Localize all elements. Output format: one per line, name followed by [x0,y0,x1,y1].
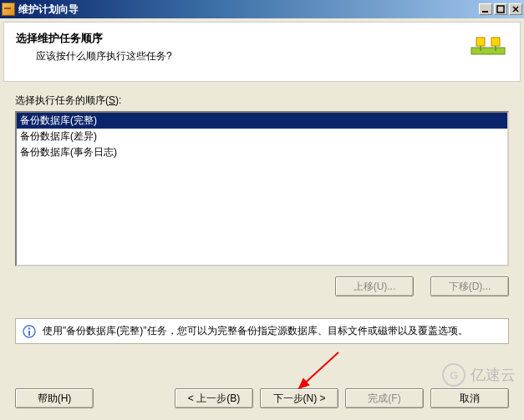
list-item[interactable]: 备份数据库(差异) [17,129,507,144]
svg-rect-0 [482,11,488,13]
header-text: 选择维护任务顺序 应该按什么顺序执行这些任务? [16,31,461,63]
list-item[interactable]: 备份数据库(事务日志) [17,144,507,160]
page-subtitle: 应该按什么顺序执行这些任务? [16,49,461,63]
app-icon [2,3,15,16]
close-button[interactable] [509,3,522,15]
back-button[interactable]: < 上一步(B) [175,388,253,408]
cancel-button[interactable]: 取消 [430,388,509,408]
info-text: 使用"备份数据库(完整)"任务，您可以为完整备份指定源数据库、目标文件或磁带以及… [43,324,468,338]
svg-rect-3 [476,38,485,46]
annotation-arrow-icon [293,348,343,392]
watermark-logo-icon: G [442,363,465,387]
wizard-content: 选择维护任务顺序 应该按什么顺序执行这些任务? 选择执行任务的顺序(S): 备份… [0,22,524,344]
window-controls [477,3,522,15]
watermark: G 亿速云 [442,363,516,387]
move-buttons: 上移(U)... 下移(D)... [15,276,509,296]
svg-rect-1 [497,6,504,13]
wizard-body: 选择执行任务的顺序(S): 备份数据库(完整) 备份数据库(差异) 备份数据库(… [0,85,524,305]
info-panel: 使用"备份数据库(完整)"任务，您可以为完整备份指定源数据库、目标文件或磁带以及… [15,318,509,344]
list-label: 选择执行任务的顺序(S): [15,94,509,108]
finish-button[interactable]: 完成(F) [345,388,424,408]
maximize-button[interactable] [494,3,507,15]
window-title: 维护计划向导 [18,3,477,17]
task-order-listbox[interactable]: 备份数据库(完整) 备份数据库(差异) 备份数据库(事务日志) [15,111,509,266]
titlebar: 维护计划向导 [0,0,524,18]
next-button[interactable]: 下一步(N) > [260,388,338,408]
move-up-button[interactable]: 上移(U)... [335,276,414,296]
info-icon [23,325,36,338]
help-button[interactable]: 帮助(H) [15,388,94,408]
svg-rect-9 [28,331,30,336]
wizard-footer: 帮助(H) < 上一步(B) 下一步(N) > 完成(F) 取消 [0,388,524,408]
wizard-header: 选择维护任务顺序 应该按什么顺序执行这些任务? [3,22,521,82]
svg-point-8 [28,327,30,329]
svg-rect-2 [471,48,505,54]
list-item[interactable]: 备份数据库(完整) [17,113,507,129]
page-title: 选择维护任务顺序 [16,31,461,46]
move-down-button[interactable]: 下移(D)... [430,276,509,296]
wizard-icon [468,31,508,71]
watermark-text: 亿速云 [471,365,516,385]
svg-line-10 [299,352,338,388]
svg-rect-4 [491,38,500,46]
minimize-button[interactable] [479,3,492,15]
